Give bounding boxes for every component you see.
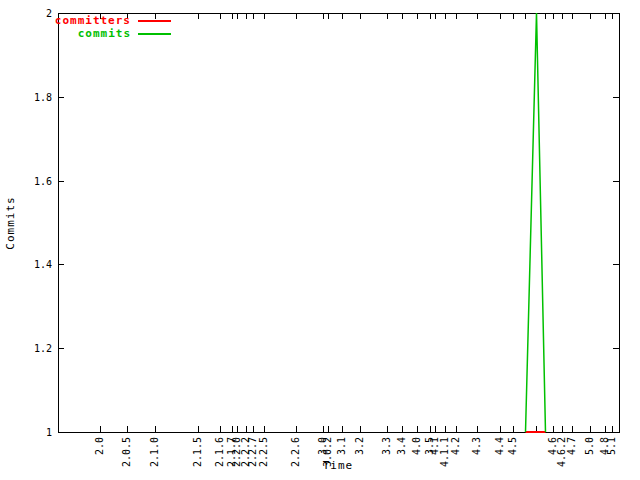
x-tick-label: 2.1.0 <box>149 437 160 467</box>
y-tick-label: 1.4 <box>34 259 52 270</box>
x-tick-label: 2.0.5 <box>121 437 132 467</box>
y-tick-label: 1.6 <box>34 176 52 187</box>
legend-label-commits: commits <box>78 27 131 40</box>
x-tick-label: 3.2 <box>354 437 365 455</box>
x-tick-label: 2.1.6 <box>214 437 225 467</box>
legend-line-sample-committers <box>138 20 171 22</box>
x-tick-label: 2.1.5 <box>192 437 203 467</box>
y-tick-label: 2 <box>46 8 52 19</box>
legend-item-committers: committers <box>58 14 171 27</box>
x-tick-label: 4.7 <box>566 437 577 455</box>
legend-label-committers: committers <box>55 14 131 27</box>
x-axis-title: Time <box>288 459 388 472</box>
y-tick-label: 1 <box>46 427 52 438</box>
x-tick-label: 2.2.7 <box>247 437 258 467</box>
y-axis-title: Commits <box>4 123 18 323</box>
x-tick-label: 4.0 <box>411 437 422 455</box>
x-tick-label: 4.2 <box>450 437 461 455</box>
plot-canvas: 2.02.0.52.1.02.1.52.1.62.1.72.2.02.2.22.… <box>0 0 640 480</box>
x-tick-label: 5.1 <box>606 437 617 455</box>
x-tick-label: 4.3 <box>471 437 482 455</box>
x-tick-label: 4.5 <box>507 437 518 455</box>
legend-item-commits: commits <box>58 27 171 40</box>
x-tick-label: 4.4 <box>494 437 505 455</box>
x-tick-label: 3.3 <box>381 437 392 455</box>
legend: committers commits <box>58 14 171 40</box>
gnuplot-chart: 2.02.0.52.1.02.1.52.1.62.1.72.2.02.2.22.… <box>0 0 640 480</box>
legend-line-sample-commits <box>138 33 171 35</box>
x-tick-label: 2.2.5 <box>258 437 269 467</box>
x-tick-label: 5.0 <box>584 437 595 455</box>
y-tick-label: 1.2 <box>34 343 52 354</box>
series-commits-line <box>526 13 546 432</box>
y-tick-label: 1.8 <box>34 92 52 103</box>
x-tick-label: 2.0 <box>94 437 105 455</box>
x-tick-label: 3.4 <box>396 437 407 455</box>
x-tick-label: 3.1 <box>336 437 347 455</box>
x-tick-label: 4.1.1 <box>439 437 450 467</box>
